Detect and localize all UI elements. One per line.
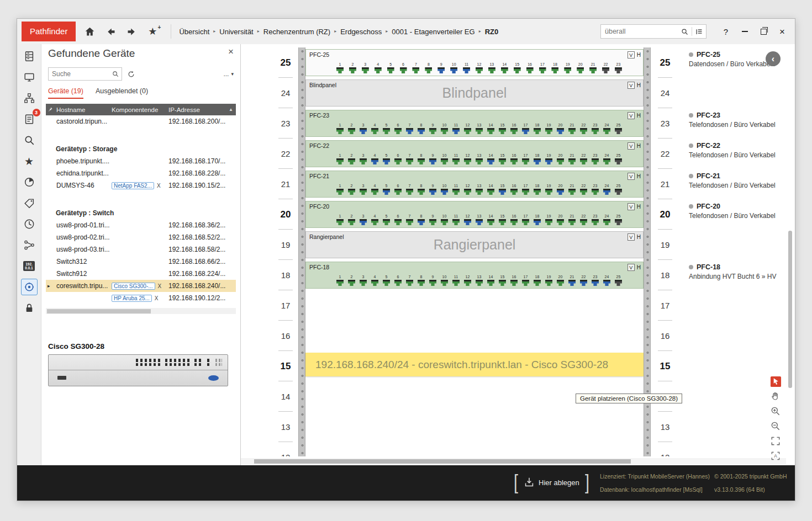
legend-entry[interactable]: PFC-20Telefondosen / Büro Verkabel	[689, 203, 786, 220]
port[interactable]: 1	[336, 153, 344, 164]
port[interactable]: 11	[452, 275, 460, 286]
tags-button[interactable]	[21, 195, 38, 211]
drop-target[interactable]: [ Hier ablegen ]	[513, 471, 590, 493]
port[interactable]: 19	[545, 275, 552, 286]
app-logo[interactable]: Pathfinder	[22, 22, 76, 41]
port[interactable]: 7	[406, 184, 413, 195]
minimize-button[interactable]	[735, 19, 754, 44]
panel-v-button[interactable]: V	[628, 173, 635, 180]
port[interactable]: 14	[487, 214, 494, 225]
panel-v-button[interactable]: V	[628, 142, 635, 150]
port[interactable]: 14	[487, 184, 494, 195]
port[interactable]: 14	[501, 62, 508, 73]
sort-ascending-icon[interactable]: ▲	[229, 107, 233, 112]
rack-panel-pfc-21[interactable]: PFC-211234567891011121314151617181920212…	[305, 171, 644, 198]
device-row[interactable]: Switch312192.168.168.66/2...	[46, 256, 236, 268]
port[interactable]: 23	[592, 184, 599, 195]
port[interactable]: 23	[592, 123, 599, 134]
component-chip[interactable]: Cisco SG300-...	[112, 283, 155, 290]
port[interactable]: 5	[383, 184, 390, 195]
panel-v-button[interactable]: V	[628, 264, 635, 271]
panel-h-button[interactable]: H	[637, 143, 641, 149]
port[interactable]: 3	[360, 184, 367, 195]
device-row[interactable]: DUMSYS-46NetApp FAS2...X192.168.190.15/2…	[46, 179, 236, 192]
tree-view-button[interactable]	[21, 90, 38, 107]
port[interactable]: 18	[534, 153, 541, 164]
refresh-icon[interactable]	[127, 70, 135, 78]
port[interactable]: 5	[383, 214, 390, 225]
collapse-legend-button[interactable]: ‹	[766, 51, 781, 66]
port[interactable]: 14	[487, 275, 494, 286]
rack-panel-pfc-25[interactable]: PFC-251234567891011121314151617181920212…	[305, 49, 644, 76]
port[interactable]: 18	[534, 214, 541, 225]
port[interactable]: 21	[568, 153, 576, 164]
chip-remove-button[interactable]: X	[155, 295, 159, 301]
main-hscrollbar[interactable]	[241, 458, 786, 464]
component-chip[interactable]: NetApp FAS2...	[112, 182, 154, 189]
port[interactable]: 15	[499, 184, 506, 195]
security-button[interactable]	[21, 300, 38, 316]
port[interactable]: 11	[452, 214, 460, 225]
port[interactable]: 11	[452, 153, 460, 164]
device-search-input[interactable]	[49, 70, 112, 78]
port[interactable]: 2	[348, 275, 355, 286]
port[interactable]: 23	[592, 153, 599, 164]
chip-remove-button[interactable]: X	[157, 183, 161, 189]
port[interactable]: 8	[418, 214, 425, 225]
port[interactable]: 13	[476, 153, 483, 164]
port[interactable]: 2	[348, 153, 355, 164]
panel-v-button[interactable]: V	[628, 51, 635, 59]
topology-button[interactable]	[21, 237, 38, 253]
port[interactable]: 6	[394, 184, 402, 195]
tab-devices[interactable]: Geräte (19)	[48, 87, 83, 99]
port[interactable]: 22	[602, 62, 609, 73]
port[interactable]: 7	[406, 214, 413, 225]
port[interactable]: 20	[557, 123, 564, 134]
port[interactable]: 5	[383, 275, 390, 286]
port[interactable]: 25	[615, 123, 622, 134]
port[interactable]: 21	[568, 123, 576, 134]
port[interactable]: 3	[360, 214, 367, 225]
port[interactable]: 16	[510, 184, 518, 195]
port[interactable]: 3	[360, 123, 367, 134]
device-row[interactable]: usw8-prod-01.tri...192.168.168.36/2...	[46, 219, 236, 231]
port[interactable]: 9	[429, 123, 436, 134]
port[interactable]: 17	[522, 275, 529, 286]
port[interactable]: 23	[592, 214, 599, 225]
port[interactable]: 12	[464, 275, 471, 286]
port[interactable]: 22	[580, 214, 587, 225]
port[interactable]: 7	[406, 275, 413, 286]
hostname-column-header[interactable]: Hostname	[55, 107, 110, 113]
port[interactable]: 22	[580, 123, 587, 134]
search-icon[interactable]	[112, 70, 119, 78]
port[interactable]: 4	[371, 123, 378, 134]
port[interactable]: 6	[394, 123, 402, 134]
zoom-out-button[interactable]	[769, 420, 782, 432]
port[interactable]: 6	[394, 214, 402, 225]
breadcrumb-item[interactable]: Erdgeschoss	[340, 28, 382, 36]
port[interactable]: 22	[580, 153, 587, 164]
label-zoom-button[interactable]: A	[769, 450, 782, 462]
port[interactable]: 11	[452, 123, 460, 134]
port[interactable]: 17	[522, 184, 529, 195]
port[interactable]: 18	[551, 62, 558, 73]
rack-view-button[interactable]	[21, 48, 38, 65]
port[interactable]: 3	[360, 153, 367, 164]
port[interactable]: 3	[360, 275, 367, 286]
port[interactable]: 20	[557, 214, 564, 225]
port[interactable]: 19	[545, 184, 552, 195]
port[interactable]: 13	[476, 214, 483, 225]
port[interactable]: 15	[499, 123, 506, 134]
device-row[interactable]: usw8-prod-02.tri...192.168.168.52/2...	[46, 231, 236, 243]
port[interactable]: 8	[418, 153, 425, 164]
port[interactable]: 8	[418, 123, 425, 134]
port[interactable]: 4	[371, 214, 378, 225]
fit-view-button[interactable]	[769, 435, 782, 447]
rack-panel-blindpanel[interactable]: BlindpanelBlindpanelVH	[305, 79, 644, 107]
device-row[interactable]: castorold.tripun...192.168.168.200/...	[46, 115, 236, 127]
panel-h-button[interactable]: H	[637, 52, 641, 58]
search-panel-button[interactable]	[21, 132, 38, 148]
port[interactable]: 9	[429, 184, 436, 195]
tab-hidden[interactable]: Ausgeblendet (0)	[96, 87, 148, 99]
port[interactable]: 15	[499, 153, 506, 164]
